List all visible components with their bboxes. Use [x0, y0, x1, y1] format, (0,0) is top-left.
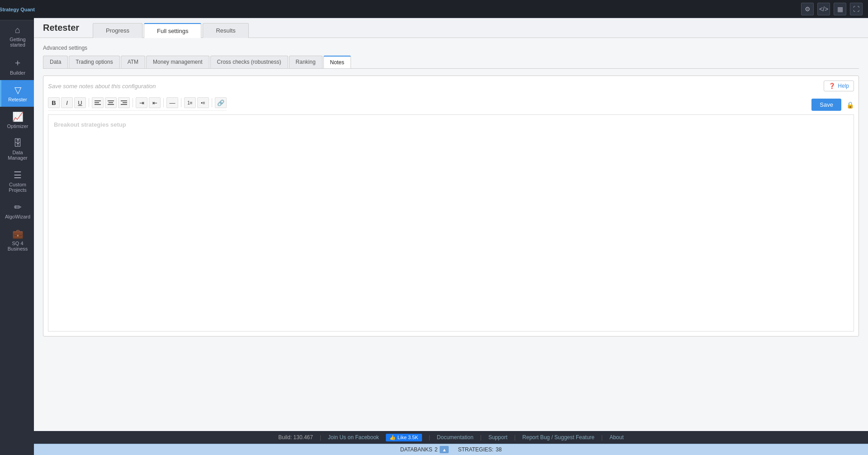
footer: Build: 130.467 | Join Us on Facebook 👍 L…	[34, 431, 868, 444]
notes-placeholder: Save some notes about this configuration	[48, 83, 156, 90]
ordered-list-button[interactable]: 1≡	[184, 97, 196, 108]
sub-tab-cross-checks[interactable]: Cross checks (robustness)	[210, 56, 288, 68]
format-toolbar-row: B I U ⇥ ⇤ —	[48, 95, 854, 114]
footer-divider-3: |	[480, 434, 482, 441]
statusbar: DATABANKS 2 ▲ STRATEGIES: 38	[34, 444, 868, 455]
sidebar: Strategy Quant ⌂ Getting started ＋ Build…	[0, 0, 34, 455]
underline-button[interactable]: U	[74, 97, 86, 108]
sidebar-item-sq4-business[interactable]: 💼 SQ 4 Business	[0, 224, 34, 256]
retester-icon: ▽	[14, 85, 21, 95]
sidebar-item-custom-projects[interactable]: ☰ Custom Projects	[0, 165, 34, 197]
documentation-link[interactable]: Documentation	[437, 434, 474, 441]
sub-tabs: Data Trading options ATM Money managemen…	[43, 56, 859, 69]
save-button[interactable]: Save	[811, 99, 841, 111]
sub-tab-atm[interactable]: ATM	[121, 56, 145, 68]
optimizer-icon: 📈	[12, 111, 24, 122]
sidebar-item-builder[interactable]: ＋ Builder	[0, 52, 34, 80]
sub-tab-ranking[interactable]: Ranking	[289, 56, 323, 68]
topbar: ⚙ </> ▦ ⛶	[34, 0, 868, 18]
topbar-icons: ⚙ </> ▦ ⛶	[801, 3, 863, 15]
databanks-arrow[interactable]: ▲	[440, 446, 449, 453]
align-left-button[interactable]	[92, 97, 104, 108]
page-header: Retester Progress Full settings Results	[34, 18, 868, 38]
report-bug-link[interactable]: Report Bug / Suggest Feature	[522, 434, 594, 441]
about-link[interactable]: About	[609, 434, 623, 441]
tab-progress[interactable]: Progress	[93, 23, 142, 38]
strategies-value: 38	[496, 446, 502, 453]
tab-bar: Progress Full settings Results	[93, 23, 250, 38]
footer-divider-5: |	[601, 434, 602, 441]
main-content: Retester Progress Full settings Results …	[34, 18, 868, 455]
footer-divider-4: |	[514, 434, 516, 441]
content-area: Advanced settings Data Trading options A…	[34, 38, 868, 455]
strategies-status: STRATEGIES: 38	[458, 446, 502, 453]
notes-editor[interactable]: Breakout strategies setup	[48, 114, 854, 332]
databanks-label: DATABANKS	[400, 446, 432, 453]
toolbar-separator-3	[163, 98, 164, 107]
grid-icon[interactable]: ▦	[834, 3, 846, 15]
sidebar-item-data-manager[interactable]: 🗄 Data Manager	[0, 133, 34, 165]
indent-button[interactable]: ⇥	[136, 97, 147, 108]
sidebar-item-label: Getting started	[4, 37, 32, 47]
build-info: Build: 130.467	[278, 434, 313, 441]
toolbar-separator-5	[212, 98, 212, 107]
sub-tab-money-management[interactable]: Money management	[146, 56, 209, 68]
databanks-status: DATABANKS 2 ▲	[400, 446, 449, 453]
sidebar-item-label: Data Manager	[4, 150, 32, 161]
notes-toolbar-row: Save some notes about this configuration…	[48, 81, 854, 91]
align-center-button[interactable]	[105, 97, 117, 108]
tab-results[interactable]: Results	[203, 23, 248, 38]
join-facebook-link[interactable]: Join Us on Facebook	[328, 434, 379, 441]
link-button[interactable]: 🔗	[215, 97, 227, 108]
sidebar-item-label: SQ 4 Business	[4, 241, 32, 251]
settings-icon[interactable]: ⚙	[801, 3, 814, 15]
notes-content: Breakout strategies setup	[54, 121, 126, 128]
notes-editor-container: Save some notes about this configuration…	[43, 76, 859, 337]
outdent-button[interactable]: ⇤	[149, 97, 161, 108]
italic-button[interactable]: I	[61, 97, 73, 108]
like-button[interactable]: 👍 Like 3.5K	[386, 434, 422, 441]
sq4-business-icon: 💼	[12, 228, 24, 239]
app-logo: Strategy Quant	[0, 0, 34, 20]
algo-wizard-icon: ✏	[14, 202, 22, 213]
sub-tab-notes[interactable]: Notes	[323, 56, 351, 68]
data-manager-icon: 🗄	[13, 138, 22, 148]
unordered-list-button[interactable]: •≡	[197, 97, 209, 108]
sidebar-item-getting-started[interactable]: ⌂ Getting started	[0, 20, 34, 52]
sidebar-item-algo-wizard[interactable]: ✏ AlgoWizard	[0, 197, 34, 224]
help-button[interactable]: ❓ Help	[824, 81, 854, 91]
support-link[interactable]: Support	[489, 434, 508, 441]
custom-projects-icon: ☰	[14, 170, 22, 180]
toolbar-separator-4	[181, 98, 181, 107]
sidebar-item-label: Optimizer	[7, 123, 28, 129]
lock-icon: 🔒	[846, 101, 854, 109]
sidebar-item-label: Custom Projects	[4, 182, 32, 193]
builder-icon: ＋	[13, 57, 22, 69]
databanks-value: 2	[435, 446, 438, 453]
hr-button[interactable]: —	[166, 97, 178, 108]
sidebar-item-retester[interactable]: ▽ Retester	[0, 80, 34, 107]
sub-tab-data[interactable]: Data	[43, 56, 68, 68]
footer-divider-1: |	[320, 434, 321, 441]
toolbar-separator-1	[89, 98, 89, 107]
tab-full-settings[interactable]: Full settings	[144, 23, 201, 38]
align-right-button[interactable]	[118, 97, 130, 108]
page-title: Retester	[43, 23, 79, 38]
sidebar-item-label: Retester	[8, 97, 27, 102]
help-circle-icon: ❓	[829, 83, 835, 89]
toolbar-separator-2	[133, 98, 133, 107]
sidebar-item-label: AlgoWizard	[5, 214, 30, 219]
thumbs-up-icon: 👍	[389, 435, 396, 441]
footer-divider-2: |	[429, 434, 430, 441]
advanced-settings-label: Advanced settings	[43, 45, 859, 51]
home-icon: ⌂	[15, 25, 20, 35]
strategies-label: STRATEGIES:	[458, 446, 493, 453]
fullscreen-icon[interactable]: ⛶	[850, 3, 863, 15]
sidebar-item-label: Builder	[10, 70, 25, 76]
bold-button[interactable]: B	[48, 97, 60, 108]
sidebar-item-optimizer[interactable]: 📈 Optimizer	[0, 107, 34, 133]
sub-tab-trading-options[interactable]: Trading options	[69, 56, 119, 68]
code-icon[interactable]: </>	[817, 3, 830, 15]
format-toolbar: B I U ⇥ ⇤ —	[48, 95, 227, 111]
